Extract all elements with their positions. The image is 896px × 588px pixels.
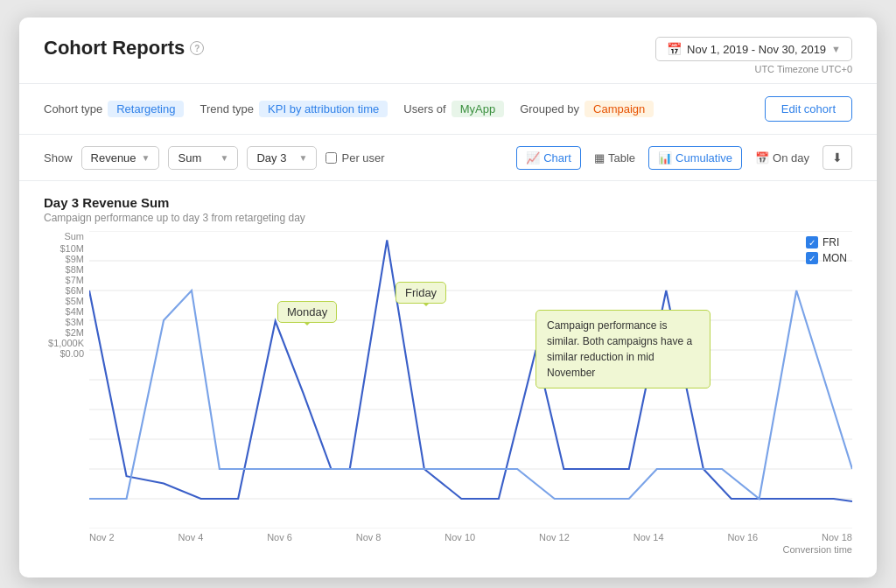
mon-label: MON (822, 252, 847, 264)
per-user-checkbox-area[interactable]: Per user (326, 151, 384, 164)
cumulative-toggle-button[interactable]: 📊 Cumulative (648, 146, 742, 170)
info-icon[interactable]: ? (190, 41, 204, 55)
chart-toggle-button[interactable]: 📈 Chart (516, 146, 581, 170)
agg-chevron-icon: ▼ (220, 153, 229, 163)
cohort-type-value[interactable]: Retargeting (108, 101, 184, 117)
chart-title: Day 3 Revenue Sum (44, 195, 852, 210)
page-header: Cohort Reports ? 📅 Nov 1, 2019 - Nov 30,… (19, 18, 877, 84)
chart-legend: ✓ FRI ✓ MON (806, 236, 847, 264)
edit-cohort-button[interactable]: Edit cohort (765, 96, 852, 122)
trend-type-filter: Trend type KPI by attribution time (200, 101, 388, 117)
x-label-nov2: Nov 2 (89, 532, 115, 542)
page-title-area: Cohort Reports ? (44, 37, 204, 60)
agg-select[interactable]: Sum ▼ (168, 146, 238, 170)
grouped-by-label: Grouped by (520, 102, 579, 116)
legend-fri: ✓ FRI (806, 236, 847, 248)
trend-type-value[interactable]: KPI by attribution time (259, 101, 388, 117)
show-value: Revenue (91, 151, 136, 164)
per-user-label[interactable]: Per user (341, 151, 384, 164)
chart-subtitle: Campaign performance up to day 3 from re… (44, 212, 852, 224)
users-of-label: Users of (403, 102, 445, 116)
controls-bar: Show Revenue ▼ Sum ▼ Day 3 ▼ Per user 📈 … (19, 135, 877, 181)
x-axis-unit: Conversion time (89, 544, 852, 555)
mon-line (89, 290, 852, 499)
x-label-nov14: Nov 14 (634, 532, 664, 542)
chart-section: Day 3 Revenue Sum Campaign performance u… (19, 181, 877, 564)
table-toggle-button[interactable]: ▦ Table (584, 146, 645, 170)
show-label: Show (44, 151, 73, 164)
x-axis: Nov 2 Nov 4 Nov 6 Nov 8 Nov 10 Nov 12 No… (89, 528, 852, 542)
main-window: Cohort Reports ? 📅 Nov 1, 2019 - Nov 30,… (19, 18, 877, 578)
chart-icon: 📈 (526, 151, 540, 164)
page-title: Cohort Reports (44, 37, 185, 60)
date-range-label: Nov 1, 2019 - Nov 30, 2019 (687, 43, 826, 56)
day-chevron-icon: ▼ (299, 153, 308, 163)
users-of-filter: Users of MyApp (403, 101, 504, 117)
calendar-icon: 📅 (667, 42, 682, 56)
cohort-type-filter: Cohort type Retargeting (44, 101, 184, 117)
chart-body: .gridline { stroke: #e8e8e8; stroke-widt… (89, 231, 852, 555)
x-label-nov4: Nov 4 (178, 532, 204, 542)
filters-bar: Cohort type Retargeting Trend type KPI b… (19, 84, 877, 135)
chart-svg: .gridline { stroke: #e8e8e8; stroke-widt… (89, 231, 852, 528)
download-button[interactable]: ⬇ (822, 145, 852, 170)
day-value: Day 3 (256, 151, 286, 164)
x-label-nov18: Nov 18 (822, 532, 852, 542)
cohort-type-label: Cohort type (44, 102, 102, 116)
x-label-nov8: Nov 8 (356, 532, 382, 542)
chart-area: Sum $10M $9M $8M $7M $6M $5M $4M $3M $2M… (44, 231, 852, 555)
table-icon: ▦ (594, 151, 605, 164)
grouped-by-filter: Grouped by Campaign (520, 101, 654, 117)
day-select[interactable]: Day 3 ▼ (247, 146, 317, 170)
x-label-nov12: Nov 12 (539, 532, 570, 542)
chart-lines-svg: .gridline { stroke: #e8e8e8; stroke-widt… (89, 231, 852, 528)
users-of-value[interactable]: MyApp (452, 101, 504, 117)
on-day-toggle-button[interactable]: 📅 On day (746, 146, 819, 170)
mon-checkbox[interactable]: ✓ (806, 252, 818, 264)
grouped-by-value[interactable]: Campaign (584, 101, 654, 117)
y-axis: $10M $9M $8M $7M $6M $5M $4M $3M $2M $1,… (44, 243, 89, 378)
show-chevron-icon: ▼ (142, 153, 150, 163)
timezone-label: UTC Timezone UTC+0 (754, 64, 852, 74)
cumulative-icon: 📊 (658, 151, 672, 164)
fri-checkbox[interactable]: ✓ (806, 236, 818, 248)
show-select[interactable]: Revenue ▼ (81, 146, 160, 170)
x-label-nov10: Nov 10 (444, 532, 475, 542)
agg-value: Sum (178, 151, 201, 164)
x-label-nov6: Nov 6 (267, 532, 292, 542)
x-label-nov16: Nov 16 (727, 532, 758, 542)
per-user-checkbox[interactable] (326, 152, 337, 164)
on-day-icon: 📅 (755, 151, 769, 164)
download-icon: ⬇ (832, 150, 843, 164)
trend-type-label: Trend type (200, 102, 254, 116)
date-range-button[interactable]: 📅 Nov 1, 2019 - Nov 30, 2019 ▼ (655, 37, 852, 61)
fri-label: FRI (822, 236, 839, 248)
view-toggles: 📈 Chart ▦ Table 📊 Cumulative 📅 On day ⬇ (516, 145, 852, 170)
chevron-down-icon: ▼ (831, 44, 841, 54)
legend-mon: ✓ MON (806, 252, 847, 264)
